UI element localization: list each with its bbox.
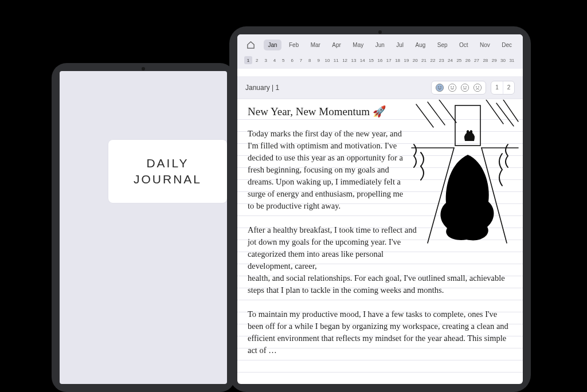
entry-paragraph-2b: health, and social relationships. For ea… [248, 273, 505, 295]
month-jun[interactable]: Jun [371, 40, 389, 50]
camera-dot [142, 67, 145, 70]
day-22[interactable]: 22 [429, 56, 437, 64]
day-27[interactable]: 27 [473, 56, 481, 64]
day-29[interactable]: 29 [490, 56, 498, 64]
page-switcher: 1 2 [491, 81, 515, 95]
svg-point-8 [465, 86, 467, 87]
day-16[interactable]: 16 [376, 56, 384, 64]
month-apr[interactable]: Apr [328, 40, 345, 50]
month-jan[interactable]: Jan [264, 40, 281, 50]
day-2[interactable]: 2 [253, 56, 261, 64]
mood-picker [431, 81, 486, 95]
day-6[interactable]: 6 [288, 56, 296, 64]
month-jul[interactable]: Jul [392, 40, 408, 50]
date-label: January | 1 [245, 84, 426, 92]
day-10[interactable]: 10 [323, 56, 331, 64]
day-11[interactable]: 11 [332, 56, 340, 64]
camera-dot [378, 30, 382, 34]
day-5[interactable]: 5 [279, 56, 287, 64]
cover-tablet: DAILY JOURNAL [52, 63, 235, 392]
day-18[interactable]: 18 [394, 56, 402, 64]
mood-content[interactable] [448, 83, 457, 92]
svg-point-4 [451, 86, 452, 87]
day-17[interactable]: 17 [385, 56, 393, 64]
cover-title-line1: DAILY [146, 155, 189, 171]
month-aug[interactable]: Aug [411, 40, 429, 50]
svg-point-3 [448, 84, 456, 91]
month-may[interactable]: May [349, 40, 367, 50]
day-21[interactable]: 21 [420, 56, 428, 64]
svg-point-11 [478, 86, 479, 87]
day-30[interactable]: 30 [499, 56, 507, 64]
mood-happy[interactable] [435, 83, 444, 92]
cover-screen: DAILY JOURNAL [60, 71, 227, 384]
svg-point-7 [463, 86, 464, 87]
day-1[interactable]: 1 [244, 56, 252, 64]
day-15[interactable]: 15 [367, 56, 375, 64]
day-7[interactable]: 7 [297, 56, 305, 64]
day-9[interactable]: 9 [315, 56, 323, 64]
page-2-button[interactable]: 2 [503, 81, 514, 94]
day-24[interactable]: 24 [447, 56, 455, 64]
month-dec[interactable]: Dec [498, 40, 516, 50]
svg-point-2 [440, 86, 441, 87]
month-nov[interactable]: Nov [476, 40, 494, 50]
day-20[interactable]: 20 [411, 56, 419, 64]
month-mar[interactable]: Mar [307, 40, 324, 50]
home-icon [246, 41, 255, 49]
entry-body: New Year, New Momentum 🚀 Today marks the… [237, 99, 523, 384]
day-28[interactable]: 28 [482, 56, 490, 64]
page-1-button[interactable]: 1 [491, 81, 503, 94]
day-nav: 1234567891011121314151617181920212223242… [237, 55, 523, 69]
day-8[interactable]: 8 [306, 56, 314, 64]
cover-title-card: DAILY JOURNAL [108, 140, 227, 203]
cover-title-line2: JOURNAL [134, 171, 202, 187]
mood-neutral[interactable] [460, 83, 469, 92]
day-25[interactable]: 25 [455, 56, 463, 64]
entry-paragraph-3: To maintain my productive mood, I have a… [248, 308, 512, 356]
day-13[interactable]: 13 [350, 56, 358, 64]
page-header-strip: January | 1 1 2 [237, 76, 523, 99]
month-sep[interactable]: Sep [433, 40, 452, 50]
month-nav: JanFebMarAprMayJunJulAugSepOctNovDec [237, 34, 523, 55]
svg-point-1 [438, 86, 439, 87]
entry-sketch [410, 100, 519, 249]
month-feb[interactable]: Feb [285, 40, 303, 50]
day-4[interactable]: 4 [271, 56, 279, 64]
svg-point-9 [473, 84, 481, 91]
day-14[interactable]: 14 [358, 56, 366, 64]
svg-point-0 [436, 84, 443, 91]
svg-point-10 [476, 86, 477, 87]
day-26[interactable]: 26 [464, 56, 472, 64]
day-19[interactable]: 19 [402, 56, 410, 64]
svg-point-5 [453, 86, 454, 87]
mood-sad[interactable] [473, 83, 482, 92]
journal-screen: JanFebMarAprMayJunJulAugSepOctNovDec 123… [237, 34, 523, 384]
svg-point-6 [461, 84, 468, 91]
home-button[interactable] [244, 38, 257, 51]
month-oct[interactable]: Oct [455, 40, 472, 50]
day-31[interactable]: 31 [508, 56, 516, 64]
day-12[interactable]: 12 [341, 56, 349, 64]
journal-tablet: JanFebMarAprMayJunJulAugSepOctNovDec 123… [229, 26, 531, 392]
day-23[interactable]: 23 [437, 56, 445, 64]
day-3[interactable]: 3 [262, 56, 270, 64]
